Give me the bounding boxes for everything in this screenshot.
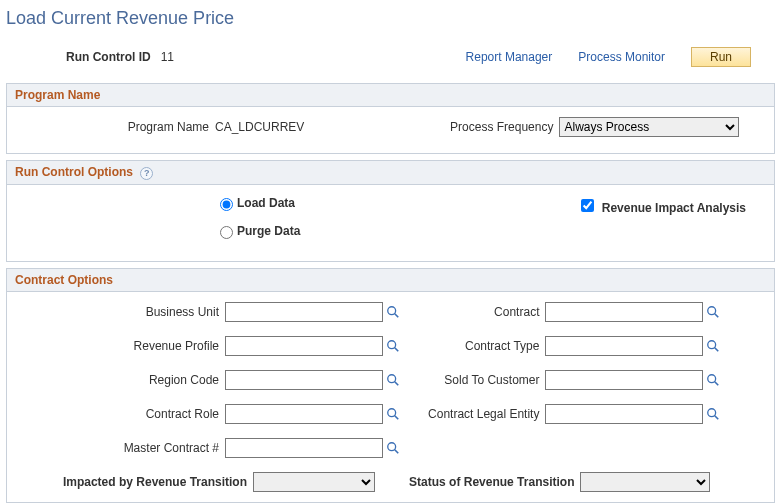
- contract-label: Contract: [375, 305, 545, 319]
- svg-line-7: [715, 347, 719, 351]
- report-manager-link[interactable]: Report Manager: [466, 50, 553, 64]
- program-name-label: Program Name: [15, 120, 215, 134]
- lookup-icon[interactable]: [706, 407, 720, 421]
- revenue-impact-option[interactable]: Revenue Impact Analysis: [577, 196, 746, 215]
- svg-point-10: [708, 374, 716, 382]
- run-control-id-label: Run Control ID: [66, 50, 151, 64]
- process-monitor-link[interactable]: Process Monitor: [578, 50, 665, 64]
- load-data-option[interactable]: Load Data: [215, 195, 295, 211]
- svg-point-16: [388, 442, 396, 450]
- lookup-icon[interactable]: [706, 305, 720, 319]
- contract-type-label: Contract Type: [375, 339, 545, 353]
- contract-options-header: Contract Options: [6, 268, 775, 292]
- purge-data-option[interactable]: Purge Data: [215, 223, 300, 239]
- process-frequency-select[interactable]: Always Process: [559, 117, 739, 137]
- revenue-profile-input[interactable]: [225, 336, 383, 356]
- run-control-id-value: 11: [161, 50, 174, 64]
- status-of-revenue-transition-select[interactable]: [580, 472, 710, 492]
- impacted-by-revenue-transition-select[interactable]: [253, 472, 375, 492]
- purge-data-radio[interactable]: [220, 226, 233, 239]
- revenue-profile-label: Revenue Profile: [15, 339, 225, 353]
- load-data-radio[interactable]: [220, 198, 233, 211]
- program-name-header: Program Name: [6, 83, 775, 107]
- sold-to-customer-label: Sold To Customer: [375, 373, 545, 387]
- run-control-options-header: Run Control Options ?: [6, 160, 775, 185]
- contract-role-input[interactable]: [225, 404, 383, 424]
- svg-point-14: [708, 408, 716, 416]
- contract-legal-entity-label: Contract Legal Entity: [375, 407, 545, 421]
- master-contract-input[interactable]: [225, 438, 383, 458]
- status-of-revenue-transition-label: Status of Revenue Transition: [375, 475, 580, 489]
- impacted-by-revenue-transition-label: Impacted by Revenue Transition: [15, 475, 253, 489]
- run-button[interactable]: Run: [691, 47, 751, 67]
- svg-line-15: [715, 415, 719, 419]
- help-icon[interactable]: ?: [140, 167, 153, 180]
- master-contract-label: Master Contract #: [15, 441, 225, 455]
- svg-point-6: [708, 340, 716, 348]
- region-code-input[interactable]: [225, 370, 383, 390]
- run-control-options-title: Run Control Options: [15, 165, 133, 179]
- business-unit-label: Business Unit: [15, 305, 225, 319]
- load-data-label: Load Data: [237, 196, 295, 210]
- contract-options-body: Business Unit Contract Revenue Profile C…: [6, 292, 775, 503]
- svg-line-11: [715, 381, 719, 385]
- svg-line-3: [715, 313, 719, 317]
- contract-role-label: Contract Role: [15, 407, 225, 421]
- revenue-impact-label: Revenue Impact Analysis: [602, 201, 746, 215]
- svg-point-2: [708, 306, 716, 314]
- contract-type-input[interactable]: [545, 336, 703, 356]
- lookup-icon[interactable]: [386, 441, 400, 455]
- svg-line-17: [395, 449, 399, 453]
- lookup-icon[interactable]: [706, 339, 720, 353]
- sold-to-customer-input[interactable]: [545, 370, 703, 390]
- contract-input[interactable]: [545, 302, 703, 322]
- business-unit-input[interactable]: [225, 302, 383, 322]
- program-name-body: Program Name CA_LDCURREV Process Frequen…: [6, 107, 775, 154]
- contract-legal-entity-input[interactable]: [545, 404, 703, 424]
- purge-data-label: Purge Data: [237, 224, 300, 238]
- revenue-impact-checkbox[interactable]: [581, 199, 594, 212]
- process-frequency-label: Process Frequency: [375, 120, 559, 134]
- page-title: Load Current Revenue Price: [6, 8, 775, 29]
- run-control-options-body: Load Data Revenue Impact Analysis Purge …: [6, 185, 775, 262]
- top-row: Run Control ID 11 Report Manager Process…: [6, 47, 775, 67]
- region-code-label: Region Code: [15, 373, 225, 387]
- program-name-value: CA_LDCURREV: [215, 120, 304, 134]
- lookup-icon[interactable]: [706, 373, 720, 387]
